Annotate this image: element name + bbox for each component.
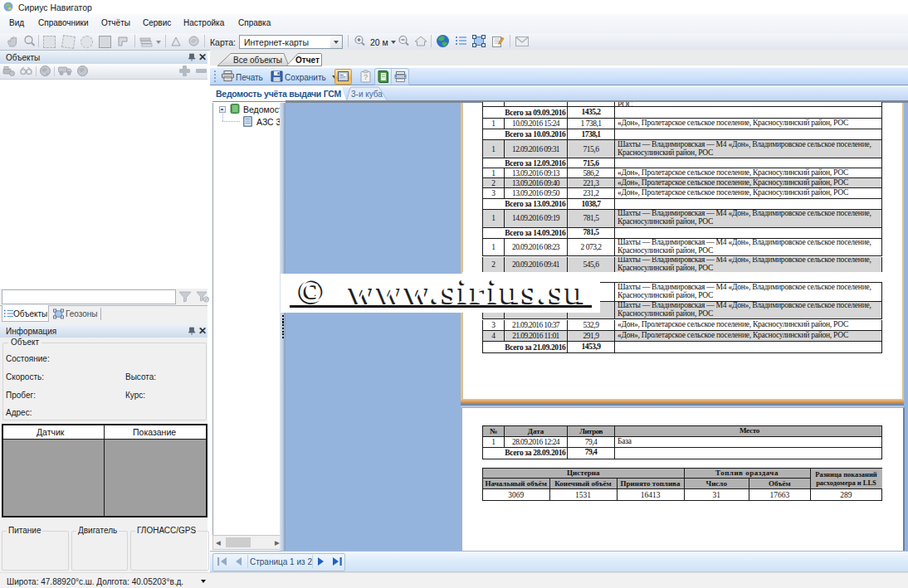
svg-text:?: ? [364, 73, 368, 81]
